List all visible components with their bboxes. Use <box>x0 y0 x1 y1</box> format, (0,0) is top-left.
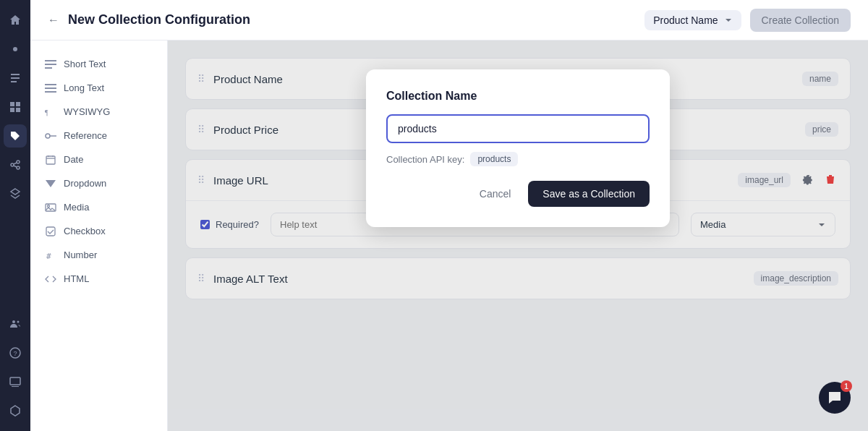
package-icon[interactable] <box>4 399 27 422</box>
home-icon[interactable] <box>4 9 27 32</box>
svg-point-11 <box>17 166 20 169</box>
page-title: New Collection Configuration <box>68 12 250 27</box>
svg-rect-19 <box>12 386 19 387</box>
sidebar-label-number: Number <box>64 249 97 260</box>
layers-icon[interactable] <box>4 182 27 205</box>
sidebar-label-date: Date <box>64 154 83 165</box>
svg-rect-18 <box>10 377 20 385</box>
svg-rect-7 <box>16 108 20 112</box>
svg-rect-25 <box>45 91 56 93</box>
date-icon <box>45 155 56 165</box>
template-icon[interactable] <box>4 370 27 393</box>
sidebar-item-short-text[interactable]: Short Text <box>30 52 167 76</box>
sidebar-item-dropdown[interactable]: Dropdown <box>30 171 167 195</box>
sidebar-label-long-text: Long Text <box>64 82 104 93</box>
collection-selector[interactable]: Product Name <box>644 10 741 30</box>
svg-rect-35 <box>46 227 55 236</box>
sidebar-item-wysiwyg[interactable]: ¶ WYSIWYG <box>30 100 167 124</box>
main-panel: ⠿ Product Name name ⠿ Product Price pric… <box>168 40 868 431</box>
top-header: ← New Collection Configuration Product N… <box>30 0 868 40</box>
html-icon <box>45 276 56 283</box>
svg-rect-1 <box>11 74 20 75</box>
sidebar-label-media: Media <box>64 202 89 213</box>
svg-point-9 <box>11 163 14 166</box>
svg-rect-2 <box>11 77 20 79</box>
api-key-badge: products <box>470 152 518 166</box>
svg-rect-29 <box>46 156 55 164</box>
svg-point-14 <box>12 320 15 323</box>
modal-save-button[interactable]: Save as a Collection <box>528 181 650 207</box>
sidebar-item-date[interactable]: Date <box>30 148 167 171</box>
sidebar-label-dropdown: Dropdown <box>64 178 106 189</box>
connect-icon[interactable] <box>4 153 27 176</box>
short-text-icon <box>45 60 56 69</box>
svg-point-34 <box>48 205 50 207</box>
users-icon[interactable] <box>4 312 27 336</box>
reference-icon <box>45 132 56 140</box>
grid-icon[interactable] <box>4 95 27 119</box>
sidebar-label-wysiwyg: WYSIWYG <box>64 106 110 117</box>
svg-text:¶: ¶ <box>45 108 48 116</box>
collection-selector-label: Product Name <box>653 14 718 26</box>
content-icon[interactable] <box>4 67 27 90</box>
api-key-label: Collection API key: <box>386 154 464 165</box>
sidebar-item-checkbox[interactable]: Checkbox <box>30 219 167 243</box>
svg-rect-22 <box>45 67 52 69</box>
sidebar-item-long-text[interactable]: Long Text <box>30 76 167 100</box>
svg-point-10 <box>17 161 20 163</box>
svg-point-15 <box>17 321 20 323</box>
svg-rect-3 <box>11 81 17 82</box>
svg-rect-6 <box>10 108 14 112</box>
modal-title: Collection Name <box>386 90 650 103</box>
svg-text:#: # <box>46 252 51 260</box>
field-type-sidebar: Short Text Long Text ¶ WYSIWYG Reference <box>30 40 168 431</box>
svg-rect-20 <box>45 60 56 61</box>
svg-rect-24 <box>45 88 56 89</box>
tag-icon[interactable] <box>4 124 27 148</box>
wysiwyg-icon: ¶ <box>45 108 56 116</box>
svg-line-12 <box>14 163 17 164</box>
checkbox-icon <box>45 226 56 236</box>
sidebar-label-reference: Reference <box>64 130 107 141</box>
sidebar-label-short-text: Short Text <box>64 59 106 69</box>
activity-icon[interactable] <box>4 38 27 61</box>
svg-point-27 <box>46 134 50 138</box>
svg-rect-23 <box>45 84 56 85</box>
dropdown-icon <box>45 180 56 187</box>
svg-point-0 <box>13 47 17 51</box>
create-collection-button[interactable]: Create Collection <box>750 9 851 32</box>
left-navigation: ? <box>0 0 30 431</box>
svg-rect-5 <box>16 102 20 106</box>
sidebar-item-number[interactable]: # Number <box>30 243 167 267</box>
media-icon <box>45 203 56 212</box>
svg-text:?: ? <box>14 350 17 357</box>
modal-overlay: Collection Name Collection API key: prod… <box>168 40 868 431</box>
back-button[interactable]: ← <box>48 14 59 27</box>
svg-line-13 <box>14 166 17 167</box>
sidebar-item-reference[interactable]: Reference <box>30 124 167 148</box>
sidebar-item-html[interactable]: HTML <box>30 267 167 291</box>
svg-rect-21 <box>45 64 56 65</box>
svg-point-8 <box>12 133 14 135</box>
help-icon[interactable]: ? <box>4 341 27 364</box>
collection-name-input[interactable] <box>386 114 650 143</box>
number-icon: # <box>45 250 56 260</box>
svg-rect-4 <box>10 102 14 106</box>
sidebar-item-media[interactable]: Media <box>30 195 167 219</box>
sidebar-label-checkbox: Checkbox <box>64 226 106 236</box>
collection-name-modal: Collection Name Collection API key: prod… <box>366 69 670 227</box>
long-text-icon <box>45 84 56 93</box>
sidebar-label-html: HTML <box>64 273 89 284</box>
modal-cancel-button[interactable]: Cancel <box>471 181 520 207</box>
